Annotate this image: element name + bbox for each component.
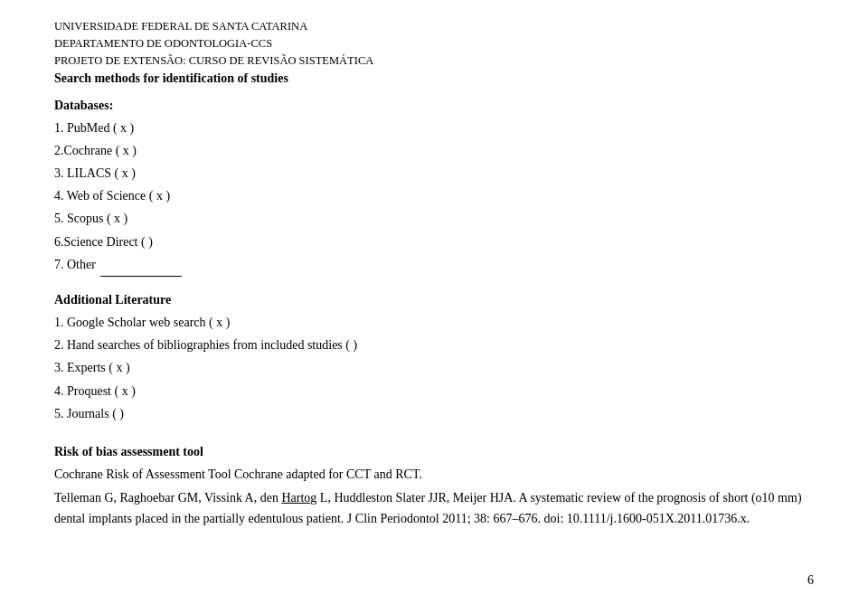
item-text: LILACS ( x ): [67, 166, 136, 180]
item-text: Hand searches of bibliographies from inc…: [67, 338, 357, 352]
databases-list: 1. PubMed ( x ) 2.Cochrane ( x ) 3. LILA…: [54, 117, 814, 277]
other-underline: [100, 253, 182, 277]
item-num: 5.: [54, 407, 67, 420]
additional-lit-list: 1. Google Scholar web search ( x ) 2. Ha…: [54, 311, 814, 425]
item-text: Scopus ( x ): [67, 212, 127, 225]
item-num: 3.: [54, 361, 67, 374]
list-item: 1. Google Scholar web search ( x ): [54, 311, 814, 334]
list-item: 4. Web of Science ( x ): [54, 184, 814, 207]
list-item: 7. Other: [54, 253, 814, 277]
item-num: 6.: [54, 235, 64, 249]
item-num: 1.: [54, 316, 67, 329]
item-text: Google Scholar web search ( x ): [67, 316, 230, 329]
item-num: 1.: [54, 121, 67, 135]
list-item: 5. Scopus ( x ): [54, 207, 814, 230]
item-num: 4.: [54, 384, 67, 398]
header-line3: PROJETO DE EXTENSÃO: CURSO DE REVISÃO SI…: [54, 52, 814, 70]
item-num: 7.: [54, 258, 67, 271]
item-text: PubMed ( x ): [67, 121, 134, 135]
header-line2: DEPARTAMENTO DE ODONTOLOGIA-CCS: [54, 35, 814, 52]
page-title: Search methods for identification of stu…: [54, 69, 814, 89]
list-item: 1. PubMed ( x ): [54, 117, 814, 139]
header-line1: UNIVERSIDADE FEDERAL DE SANTA CATARINA: [54, 18, 814, 35]
additional-lit-label: Additional Literature: [54, 293, 814, 307]
list-item: 5. Journals ( ): [54, 402, 814, 425]
item-num: 2.: [54, 144, 64, 157]
item-text: Other: [67, 258, 99, 271]
item-num: 3.: [54, 166, 67, 180]
list-item: 2.Cochrane ( x ): [54, 139, 814, 162]
risk-body2: Telleman G, Raghoebar GM, Vissink A, den…: [54, 488, 814, 529]
item-num: 5.: [54, 212, 67, 225]
item-num: 4.: [54, 189, 67, 203]
list-item: 4. Proquest ( x ): [54, 380, 814, 402]
item-text: Cochrane ( x ): [64, 144, 137, 157]
list-item: 6.Science Direct ( ): [54, 231, 814, 253]
page-number: 6: [807, 573, 814, 588]
list-item: 3. LILACS ( x ): [54, 162, 814, 184]
underline-hartog: Hartog: [281, 491, 316, 505]
item-text: Experts ( x ): [67, 361, 130, 374]
header-block: UNIVERSIDADE FEDERAL DE SANTA CATARINA D…: [54, 18, 814, 90]
risk-body1: Cochrane Risk of Assessment Tool Cochran…: [54, 465, 814, 485]
item-text: Science Direct ( ): [64, 235, 153, 249]
item-text: Proquest ( x ): [67, 384, 136, 398]
databases-label: Databases:: [54, 99, 814, 113]
item-num: 2.: [54, 338, 67, 352]
risk-label: Risk of bias assessment tool: [54, 445, 814, 459]
item-text: Journals ( ): [67, 407, 124, 420]
list-item: 2. Hand searches of bibliographies from …: [54, 334, 814, 356]
list-item: 3. Experts ( x ): [54, 356, 814, 379]
item-text: Web of Science ( x ): [67, 189, 170, 203]
